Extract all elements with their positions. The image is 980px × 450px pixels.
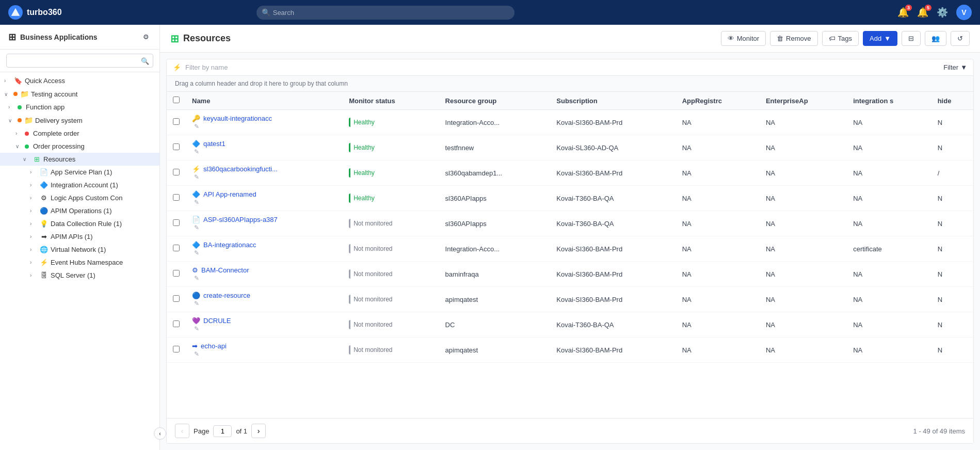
resource-link-7[interactable]: 🔵 create-resource bbox=[192, 292, 336, 299]
row-checkbox-6[interactable] bbox=[173, 270, 180, 277]
sidebar-title: Business Applications bbox=[20, 33, 98, 41]
row-status-cell-2: Healthy bbox=[343, 160, 439, 186]
row-name-cell-1: 🔷 qatest1 ✎ bbox=[186, 135, 343, 160]
svg-marker-0 bbox=[11, 8, 20, 16]
row-checkbox-3[interactable] bbox=[173, 194, 180, 201]
resource-link-2[interactable]: ⚡ sl360qacarbookingfucti... bbox=[192, 165, 336, 173]
content-header: ⊞ Resources 👁 Monitor 🗑 Remove 🏷 Tags Ad… bbox=[160, 25, 980, 53]
filter-right[interactable]: Filter ▼ bbox=[943, 63, 967, 71]
notifications-button[interactable]: 🔔 3 bbox=[897, 7, 909, 18]
alerts-button[interactable]: 🔔 5 bbox=[917, 7, 928, 18]
edit-icon-8[interactable]: ✎ bbox=[194, 325, 199, 332]
edit-icon-0[interactable]: ✎ bbox=[194, 123, 199, 130]
search-input[interactable] bbox=[256, 6, 515, 20]
sidebar-item-virtual-network[interactable]: › 🌐 Virtual Network (1) bbox=[0, 243, 159, 256]
sidebar-settings-button[interactable]: ⚙ bbox=[141, 31, 151, 43]
edit-icon-7[interactable]: ✎ bbox=[194, 300, 199, 307]
data-collection-icon: 💡 bbox=[39, 220, 49, 228]
resource-link-3[interactable]: 🔷 API App-renamed bbox=[192, 190, 336, 198]
row-checkbox-1[interactable] bbox=[173, 143, 180, 150]
row-checkbox-2[interactable] bbox=[173, 169, 180, 175]
select-all-checkbox[interactable] bbox=[173, 97, 180, 103]
row-name-cell-3: 🔷 API App-renamed ✎ bbox=[186, 186, 343, 211]
sidebar-search-input[interactable] bbox=[6, 54, 153, 68]
resource-link-1[interactable]: 🔷 qatest1 bbox=[192, 140, 336, 148]
edit-icon-3[interactable]: ✎ bbox=[194, 199, 199, 206]
sidebar-item-app-service-plan[interactable]: › 📄 App Service Plan (1) bbox=[0, 166, 159, 179]
row-checkbox-7[interactable] bbox=[173, 295, 180, 302]
row-name-cell-8: 💜 DCRULE ✎ bbox=[186, 312, 343, 338]
row-checkbox-cell-7 bbox=[167, 287, 186, 312]
sidebar-item-complete-order[interactable]: › Complete order bbox=[0, 127, 159, 140]
edit-icon-4[interactable]: ✎ bbox=[194, 224, 199, 231]
edit-icon-2[interactable]: ✎ bbox=[194, 173, 199, 181]
sidebar-grid-icon: ⊞ bbox=[8, 31, 16, 43]
monitor-button[interactable]: 👁 Monitor bbox=[721, 31, 766, 46]
edit-icon-9[interactable]: ✎ bbox=[194, 350, 199, 358]
sidebar-item-delivery-system[interactable]: ∨ 📁 Delivery system bbox=[0, 114, 159, 127]
add-button[interactable]: Add ▼ bbox=[863, 31, 897, 46]
sidebar-item-data-collection-rule[interactable]: › 💡 Data Collection Rule (1) bbox=[0, 217, 159, 230]
sidebar-item-integration-account[interactable]: › 🔷 Integration Account (1) bbox=[0, 179, 159, 191]
row-appreg-cell-5: NA bbox=[676, 236, 760, 262]
resource-name-9: echo-api bbox=[201, 342, 227, 350]
resource-link-8[interactable]: 💜 DCRULE bbox=[192, 317, 336, 325]
sidebar-item-function-app[interactable]: › Function app bbox=[0, 101, 159, 114]
col-app-registrc: AppRegistrc bbox=[676, 92, 760, 110]
row-sub-cell-7: Kovai-SI360-BAM-Prd bbox=[550, 287, 676, 312]
sidebar-search-area: 🔍 bbox=[0, 50, 159, 72]
status-badge-0: Healthy bbox=[349, 118, 379, 127]
row-name-cell-7: 🔵 create-resource ✎ bbox=[186, 287, 343, 312]
testing-account-arrow: ∨ bbox=[4, 91, 11, 97]
page-title: Resources bbox=[183, 33, 231, 44]
edit-icon-1[interactable]: ✎ bbox=[194, 148, 199, 155]
prev-page-button[interactable]: ‹ bbox=[175, 424, 189, 438]
row-enterprise-cell-4: NA bbox=[760, 211, 847, 236]
sidebar-item-logic-apps-custom[interactable]: › ⚙ Logic Apps Custom Con bbox=[0, 191, 159, 204]
row-checkbox-cell-5 bbox=[167, 236, 186, 262]
row-enterprise-cell-6: NA bbox=[760, 262, 847, 287]
sidebar-collapse-button[interactable]: ‹ bbox=[154, 427, 166, 440]
settings-button[interactable]: ⚙️ bbox=[937, 7, 948, 18]
of-label: of 1 bbox=[236, 427, 247, 435]
row-checkbox-5[interactable] bbox=[173, 245, 180, 251]
sidebar-item-quick-access[interactable]: › 🔖 Quick Access bbox=[0, 74, 159, 87]
edit-icon-5[interactable]: ✎ bbox=[194, 249, 199, 256]
columns-button[interactable]: ⊟ bbox=[902, 31, 921, 46]
sidebar-item-resources[interactable]: ∨ ⊞ Resources bbox=[0, 153, 159, 166]
resource-link-5[interactable]: 🔷 BA-integrationacc bbox=[192, 241, 336, 249]
row-checkbox-0[interactable] bbox=[173, 118, 180, 125]
row-checkbox-4[interactable] bbox=[173, 219, 180, 226]
row-enterprise-cell-7: NA bbox=[760, 287, 847, 312]
sidebar-item-sql-server[interactable]: › 🗄 SQL Server (1) bbox=[0, 269, 159, 282]
row-integration-cell-3: NA bbox=[847, 186, 931, 211]
sidebar-item-order-processing[interactable]: ∨ Order processing bbox=[0, 140, 159, 153]
sidebar-item-apim-operations[interactable]: › 🔵 APIM Operations (1) bbox=[0, 204, 159, 217]
row-status-cell-3: Healthy bbox=[343, 186, 439, 211]
row-sub-cell-1: Kovai-SL360-AD-QA bbox=[550, 135, 676, 160]
edit-icon-6[interactable]: ✎ bbox=[194, 275, 199, 282]
remove-button[interactable]: 🗑 Remove bbox=[770, 31, 817, 46]
row-sub-cell-4: Kovai-T360-BA-QA bbox=[550, 211, 676, 236]
resource-icon-5: 🔷 bbox=[192, 241, 200, 249]
tags-button[interactable]: 🏷 Tags bbox=[822, 31, 859, 46]
resource-link-6[interactable]: ⚙ BAM-Connector bbox=[192, 266, 336, 274]
row-integration-cell-2: NA bbox=[847, 160, 931, 186]
users-button[interactable]: 👥 bbox=[925, 31, 946, 46]
user-avatar[interactable]: V bbox=[956, 5, 972, 20]
page-input[interactable] bbox=[213, 425, 232, 437]
resource-link-9[interactable]: ➡ echo-api bbox=[192, 342, 336, 350]
event-hubs-arrow: › bbox=[30, 260, 37, 265]
resource-link-0[interactable]: 🔑 keyvault-integrationacc bbox=[192, 115, 336, 122]
more-options-button[interactable]: ↺ bbox=[951, 31, 970, 46]
row-checkbox-9[interactable] bbox=[173, 346, 180, 352]
next-page-button[interactable]: › bbox=[251, 424, 266, 438]
app-logo[interactable]: turbo360 bbox=[8, 5, 62, 20]
sidebar-item-event-hubs-namespace[interactable]: › ⚡ Event Hubs Namespace bbox=[0, 256, 159, 269]
row-checkbox-8[interactable] bbox=[173, 320, 180, 327]
sidebar-item-testing-account[interactable]: ∨ 📁 Testing account bbox=[0, 87, 159, 101]
resource-link-4[interactable]: 📄 ASP-sl360APIapps-a387 bbox=[192, 216, 336, 223]
select-all-header bbox=[167, 92, 186, 110]
sidebar: ⊞ Business Applications ⚙ 🔍 › 🔖 Quick Ac… bbox=[0, 25, 160, 450]
sidebar-item-apim-apis[interactable]: › ➡ APIM APIs (1) bbox=[0, 230, 159, 243]
